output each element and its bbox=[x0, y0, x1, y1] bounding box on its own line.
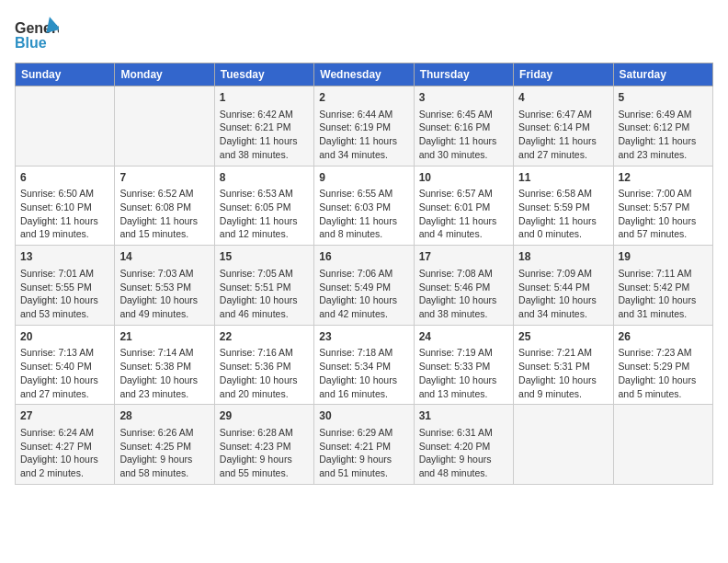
day-header-saturday: Saturday bbox=[613, 63, 712, 86]
day-info: Sunrise: 6:57 AMSunset: 6:01 PMDaylight:… bbox=[419, 187, 508, 241]
day-info: Sunrise: 7:11 AMSunset: 5:42 PMDaylight:… bbox=[619, 267, 708, 321]
day-number: 19 bbox=[619, 249, 708, 265]
calendar-cell: 15Sunrise: 7:05 AMSunset: 5:51 PMDayligh… bbox=[214, 246, 313, 326]
calendar-cell: 29Sunrise: 6:28 AMSunset: 4:23 PMDayligh… bbox=[214, 405, 313, 485]
day-number: 31 bbox=[419, 408, 508, 424]
day-info: Sunrise: 7:23 AMSunset: 5:29 PMDaylight:… bbox=[619, 346, 708, 400]
day-info: Sunrise: 6:53 AMSunset: 6:05 PMDaylight:… bbox=[220, 187, 309, 241]
day-info: Sunrise: 6:52 AMSunset: 6:08 PMDaylight:… bbox=[119, 187, 209, 241]
day-info: Sunrise: 6:47 AMSunset: 6:14 PMDaylight:… bbox=[518, 108, 608, 162]
calendar-week-2: 6Sunrise: 6:50 AMSunset: 6:10 PMDaylight… bbox=[16, 166, 713, 246]
calendar-cell: 20Sunrise: 7:13 AMSunset: 5:40 PMDayligh… bbox=[16, 325, 115, 405]
day-info: Sunrise: 7:14 AMSunset: 5:38 PMDaylight:… bbox=[119, 346, 209, 400]
day-info: Sunrise: 7:00 AMSunset: 5:57 PMDaylight:… bbox=[619, 187, 708, 241]
calendar-cell: 12Sunrise: 7:00 AMSunset: 5:57 PMDayligh… bbox=[613, 166, 712, 246]
calendar-cell: 24Sunrise: 7:19 AMSunset: 5:33 PMDayligh… bbox=[414, 325, 513, 405]
day-info: Sunrise: 7:18 AMSunset: 5:34 PMDaylight:… bbox=[319, 346, 408, 400]
day-number: 3 bbox=[419, 90, 508, 106]
calendar-cell: 17Sunrise: 7:08 AMSunset: 5:46 PMDayligh… bbox=[414, 246, 513, 326]
calendar-cell: 30Sunrise: 6:29 AMSunset: 4:21 PMDayligh… bbox=[314, 405, 414, 485]
calendar-cell: 2Sunrise: 6:44 AMSunset: 6:19 PMDaylight… bbox=[314, 86, 414, 167]
day-number: 14 bbox=[119, 249, 209, 265]
calendar-cell: 4Sunrise: 6:47 AMSunset: 6:14 PMDaylight… bbox=[514, 86, 613, 167]
day-info: Sunrise: 7:13 AMSunset: 5:40 PMDaylight:… bbox=[20, 346, 109, 400]
calendar-week-4: 20Sunrise: 7:13 AMSunset: 5:40 PMDayligh… bbox=[16, 325, 713, 405]
calendar-cell: 16Sunrise: 7:06 AMSunset: 5:49 PMDayligh… bbox=[314, 246, 414, 326]
day-info: Sunrise: 6:45 AMSunset: 6:16 PMDaylight:… bbox=[419, 108, 508, 162]
calendar-week-1: 1Sunrise: 6:42 AMSunset: 6:21 PMDaylight… bbox=[16, 86, 713, 167]
day-number: 13 bbox=[20, 249, 109, 265]
calendar-header-row: SundayMondayTuesdayWednesdayThursdayFrid… bbox=[16, 63, 713, 86]
calendar-cell bbox=[16, 86, 115, 167]
calendar-cell: 1Sunrise: 6:42 AMSunset: 6:21 PMDaylight… bbox=[214, 86, 313, 167]
calendar-cell: 13Sunrise: 7:01 AMSunset: 5:55 PMDayligh… bbox=[16, 246, 115, 326]
calendar-cell: 23Sunrise: 7:18 AMSunset: 5:34 PMDayligh… bbox=[314, 325, 414, 405]
day-info: Sunrise: 7:01 AMSunset: 5:55 PMDaylight:… bbox=[20, 267, 109, 321]
calendar-cell: 26Sunrise: 7:23 AMSunset: 5:29 PMDayligh… bbox=[613, 325, 712, 405]
day-info: Sunrise: 6:58 AMSunset: 5:59 PMDaylight:… bbox=[518, 187, 608, 241]
day-info: Sunrise: 7:06 AMSunset: 5:49 PMDaylight:… bbox=[319, 267, 408, 321]
day-info: Sunrise: 7:21 AMSunset: 5:31 PMDaylight:… bbox=[518, 346, 608, 400]
calendar-cell: 25Sunrise: 7:21 AMSunset: 5:31 PMDayligh… bbox=[514, 325, 613, 405]
calendar-cell bbox=[115, 86, 214, 167]
day-number: 6 bbox=[20, 170, 109, 186]
day-header-friday: Friday bbox=[514, 63, 613, 86]
day-number: 24 bbox=[419, 329, 508, 345]
day-info: Sunrise: 6:26 AMSunset: 4:25 PMDaylight:… bbox=[119, 426, 209, 480]
day-number: 30 bbox=[319, 408, 408, 424]
day-info: Sunrise: 7:16 AMSunset: 5:36 PMDaylight:… bbox=[220, 346, 309, 400]
day-info: Sunrise: 7:05 AMSunset: 5:51 PMDaylight:… bbox=[220, 267, 309, 321]
calendar-cell: 22Sunrise: 7:16 AMSunset: 5:36 PMDayligh… bbox=[214, 325, 313, 405]
day-number: 15 bbox=[220, 249, 309, 265]
day-header-monday: Monday bbox=[115, 63, 214, 86]
logo-icon: General Blue bbox=[15, 15, 59, 55]
day-header-wednesday: Wednesday bbox=[314, 63, 414, 86]
day-info: Sunrise: 6:42 AMSunset: 6:21 PMDaylight:… bbox=[220, 108, 309, 162]
page-header: General Blue bbox=[15, 15, 713, 55]
calendar-cell: 6Sunrise: 6:50 AMSunset: 6:10 PMDaylight… bbox=[16, 166, 115, 246]
day-number: 10 bbox=[419, 170, 508, 186]
day-info: Sunrise: 6:29 AMSunset: 4:21 PMDaylight:… bbox=[319, 426, 408, 480]
calendar-table: SundayMondayTuesdayWednesdayThursdayFrid… bbox=[15, 63, 713, 485]
day-number: 23 bbox=[319, 329, 408, 345]
calendar-cell: 3Sunrise: 6:45 AMSunset: 6:16 PMDaylight… bbox=[414, 86, 513, 167]
calendar-cell: 8Sunrise: 6:53 AMSunset: 6:05 PMDaylight… bbox=[214, 166, 313, 246]
calendar-week-3: 13Sunrise: 7:01 AMSunset: 5:55 PMDayligh… bbox=[16, 246, 713, 326]
day-info: Sunrise: 6:49 AMSunset: 6:12 PMDaylight:… bbox=[619, 108, 708, 162]
day-number: 12 bbox=[619, 170, 708, 186]
day-number: 22 bbox=[220, 329, 309, 345]
day-number: 21 bbox=[119, 329, 209, 345]
day-number: 4 bbox=[518, 90, 608, 106]
day-info: Sunrise: 6:55 AMSunset: 6:03 PMDaylight:… bbox=[319, 187, 408, 241]
day-number: 1 bbox=[220, 90, 309, 106]
day-number: 7 bbox=[119, 170, 209, 186]
day-info: Sunrise: 6:24 AMSunset: 4:27 PMDaylight:… bbox=[20, 426, 109, 480]
calendar-cell: 28Sunrise: 6:26 AMSunset: 4:25 PMDayligh… bbox=[115, 405, 214, 485]
calendar-cell: 7Sunrise: 6:52 AMSunset: 6:08 PMDaylight… bbox=[115, 166, 214, 246]
day-number: 11 bbox=[518, 170, 608, 186]
day-number: 26 bbox=[619, 329, 708, 345]
calendar-cell: 5Sunrise: 6:49 AMSunset: 6:12 PMDaylight… bbox=[613, 86, 712, 167]
day-number: 5 bbox=[619, 90, 708, 106]
day-number: 18 bbox=[518, 249, 608, 265]
day-number: 27 bbox=[20, 408, 109, 424]
day-info: Sunrise: 6:44 AMSunset: 6:19 PMDaylight:… bbox=[319, 108, 408, 162]
day-info: Sunrise: 7:19 AMSunset: 5:33 PMDaylight:… bbox=[419, 346, 508, 400]
logo: General Blue bbox=[15, 15, 59, 55]
day-number: 28 bbox=[119, 408, 209, 424]
calendar-cell bbox=[514, 405, 613, 485]
day-number: 16 bbox=[319, 249, 408, 265]
day-number: 25 bbox=[518, 329, 608, 345]
day-info: Sunrise: 6:50 AMSunset: 6:10 PMDaylight:… bbox=[20, 187, 109, 241]
calendar-cell: 21Sunrise: 7:14 AMSunset: 5:38 PMDayligh… bbox=[115, 325, 214, 405]
calendar-cell: 14Sunrise: 7:03 AMSunset: 5:53 PMDayligh… bbox=[115, 246, 214, 326]
calendar-cell: 27Sunrise: 6:24 AMSunset: 4:27 PMDayligh… bbox=[16, 405, 115, 485]
day-header-tuesday: Tuesday bbox=[214, 63, 313, 86]
calendar-week-5: 27Sunrise: 6:24 AMSunset: 4:27 PMDayligh… bbox=[16, 405, 713, 485]
calendar-cell bbox=[613, 405, 712, 485]
day-number: 20 bbox=[20, 329, 109, 345]
calendar-cell: 31Sunrise: 6:31 AMSunset: 4:20 PMDayligh… bbox=[414, 405, 513, 485]
day-number: 8 bbox=[220, 170, 309, 186]
day-header-thursday: Thursday bbox=[414, 63, 513, 86]
calendar-cell: 19Sunrise: 7:11 AMSunset: 5:42 PMDayligh… bbox=[613, 246, 712, 326]
